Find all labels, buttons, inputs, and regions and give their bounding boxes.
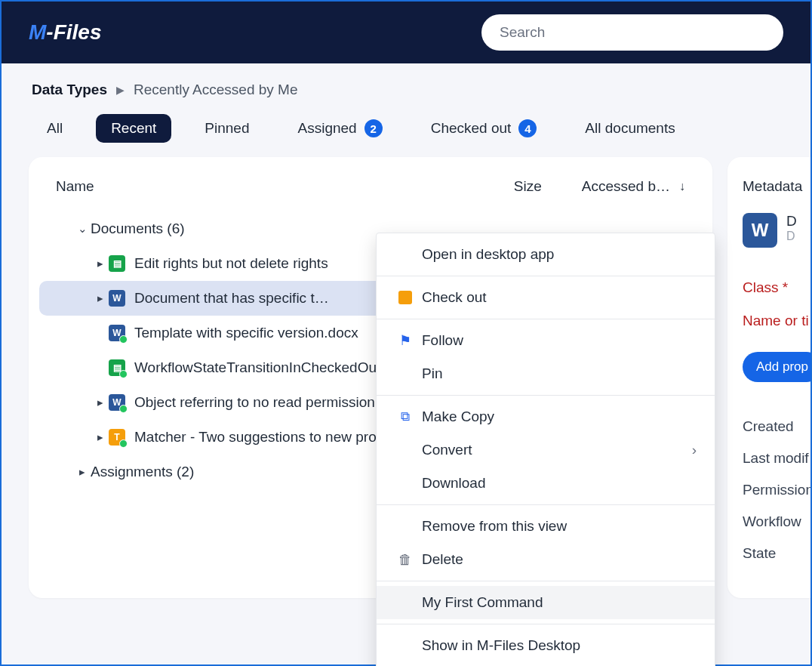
name-field[interactable]: Name or ti [743,313,810,329]
word-icon: W [109,325,125,341]
menu-download[interactable]: Download [377,467,715,500]
tab-assigned[interactable]: Assigned 2 [283,113,398,143]
tab-checked-out[interactable]: Checked out 4 [416,113,552,143]
menu-check-out[interactable]: Check out [377,281,715,314]
caret-down-icon[interactable]: ⌄ [74,222,91,236]
template-icon: T [109,429,125,446]
menu-open-desktop[interactable]: Open in desktop app [377,238,715,271]
flag-icon: ⚑ [395,332,416,349]
chevron-right-icon: ▶ [116,84,125,96]
column-size[interactable]: Size [514,178,582,195]
menu-convert[interactable]: Convert › [377,433,715,467]
workflow-label: Workflow [743,513,810,530]
chevron-right-icon: › [692,442,697,458]
caret-right-icon[interactable]: ▸ [92,396,109,409]
menu-show-more[interactable]: Show more options › [377,662,715,666]
checkedout-badge: 4 [518,119,537,137]
metadata-title: Metadata [743,178,810,195]
caret-right-icon[interactable]: ▸ [92,291,109,305]
document-icon: ▤ [109,359,125,376]
caret-right-icon[interactable]: ▸ [74,465,91,479]
search-input[interactable] [481,14,783,51]
menu-remove[interactable]: Remove from this view [377,510,715,543]
modified-label: Last modif [743,450,810,467]
logo: M-Files [29,20,101,45]
copy-icon: ⧉ [395,409,416,424]
menu-make-copy[interactable]: ⧉ Make Copy [377,400,715,433]
menu-follow[interactable]: ⚑ Follow [377,324,715,357]
class-field[interactable]: Class * [743,279,810,296]
caret-right-icon[interactable]: ▸ [92,257,109,270]
menu-pin[interactable]: Pin [377,357,715,390]
tab-recent[interactable]: Recent [96,114,171,143]
menu-my-first-command[interactable]: My First Command [377,586,715,619]
context-menu: Open in desktop app Check out ⚑ Follow P… [376,233,715,666]
breadcrumb-root[interactable]: Data Types [32,82,107,98]
list-header: Name Size Accessed b… ↓ [29,157,712,211]
menu-show-desktop[interactable]: Show in M-Files Desktop [377,629,715,662]
metadata-panel: Metadata W D D Class * Name or ti Add pr… [727,157,810,598]
pencil-icon [398,291,412,304]
column-name[interactable]: Name [56,178,514,195]
word-icon: W [109,290,125,307]
trash-icon: 🗑 [395,552,416,568]
column-accessed[interactable]: Accessed b… ↓ [582,178,685,195]
top-bar: M-Files [2,2,810,63]
breadcrumb: Data Types ▶ Recently Accessed by Me [2,63,810,98]
tabs: All Recent Pinned Assigned 2 Checked out… [2,98,810,157]
permissions-label: Permission [743,482,810,498]
breadcrumb-leaf: Recently Accessed by Me [134,82,298,98]
assigned-badge: 2 [364,119,383,137]
created-label: Created [743,418,810,435]
word-icon: W [743,213,777,248]
tab-pinned[interactable]: Pinned [189,114,264,143]
word-icon: W [109,394,125,411]
state-label: State [743,545,810,562]
add-property-button[interactable]: Add prop [743,352,810,382]
tab-all-documents[interactable]: All documents [570,114,690,143]
sort-down-icon: ↓ [679,180,685,193]
document-icon: ▤ [109,255,125,272]
tab-all[interactable]: All [32,114,78,143]
menu-delete[interactable]: 🗑 Delete [377,543,715,576]
caret-right-icon[interactable]: ▸ [92,430,109,444]
